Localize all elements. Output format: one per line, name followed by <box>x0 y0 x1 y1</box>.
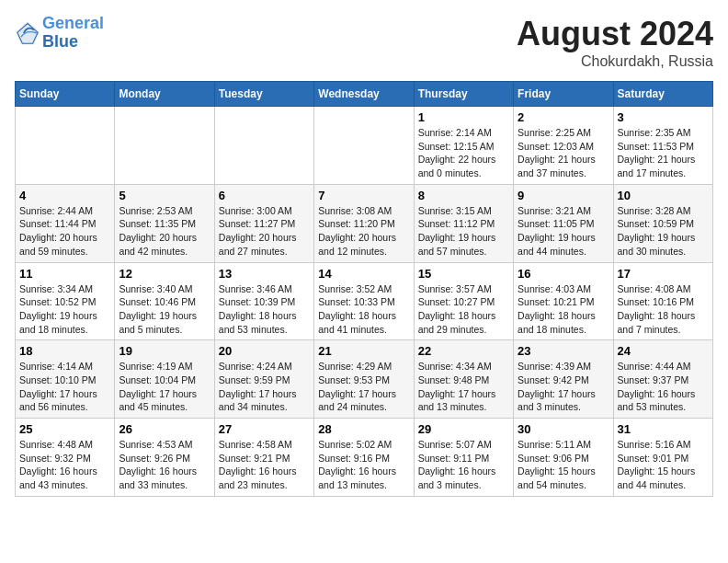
day-info: Sunrise: 3:00 AMSunset: 11:27 PMDaylight… <box>219 204 310 259</box>
day-info: Sunrise: 4:58 AMSunset: 9:21 PMDaylight:… <box>219 438 310 492</box>
table-row: 21Sunrise: 4:29 AMSunset: 9:53 PMDayligh… <box>314 340 414 419</box>
day-info: Sunrise: 4:24 AMSunset: 9:59 PMDaylight:… <box>219 360 310 414</box>
table-row: 26Sunrise: 4:53 AMSunset: 9:26 PMDayligh… <box>115 419 214 497</box>
header-saturday: Saturday <box>613 82 712 107</box>
day-info: Sunrise: 4:08 AMSunset: 10:16 PMDaylight… <box>618 282 709 337</box>
day-info: Sunrise: 4:44 AMSunset: 9:37 PMDaylight:… <box>618 360 709 414</box>
table-row: 3Sunrise: 2:35 AMSunset: 11:53 PMDayligh… <box>613 107 712 185</box>
table-row: 18Sunrise: 4:14 AMSunset: 10:10 PMDaylig… <box>16 340 115 419</box>
table-row <box>115 107 214 185</box>
day-info: Sunrise: 3:52 AMSunset: 10:33 PMDaylight… <box>318 282 409 337</box>
table-row: 16Sunrise: 4:03 AMSunset: 10:21 PMDaylig… <box>514 262 613 340</box>
logo: GeneralBlue <box>15 15 104 52</box>
header-thursday: Thursday <box>414 82 513 107</box>
header-friday: Friday <box>514 82 613 107</box>
day-number: 24 <box>618 344 709 358</box>
day-info: Sunrise: 3:34 AMSunset: 10:52 PMDaylight… <box>19 282 110 337</box>
day-info: Sunrise: 3:21 AMSunset: 11:05 PMDaylight… <box>518 204 609 259</box>
day-info: Sunrise: 5:07 AMSunset: 9:11 PMDaylight:… <box>418 438 509 492</box>
day-number: 15 <box>418 267 509 281</box>
logo-text: GeneralBlue <box>42 15 104 52</box>
day-info: Sunrise: 2:25 AMSunset: 12:03 AMDaylight… <box>518 126 609 180</box>
day-info: Sunrise: 4:39 AMSunset: 9:42 PMDaylight:… <box>518 360 609 414</box>
table-row: 27Sunrise: 4:58 AMSunset: 9:21 PMDayligh… <box>214 419 313 497</box>
day-number: 31 <box>618 422 709 436</box>
day-number: 7 <box>318 189 409 202</box>
day-number: 12 <box>119 267 210 281</box>
header-monday: Monday <box>115 82 214 107</box>
table-row: 17Sunrise: 4:08 AMSunset: 10:16 PMDaylig… <box>613 262 712 340</box>
day-info: Sunrise: 2:44 AMSunset: 11:44 PMDaylight… <box>19 204 110 259</box>
table-row: 13Sunrise: 3:46 AMSunset: 10:39 PMDaylig… <box>214 262 313 340</box>
day-number: 19 <box>119 344 210 358</box>
day-number: 17 <box>618 267 709 281</box>
day-number: 26 <box>119 422 210 436</box>
day-info: Sunrise: 3:57 AMSunset: 10:27 PMDaylight… <box>418 282 509 337</box>
day-number: 8 <box>418 189 509 202</box>
day-number: 4 <box>19 189 110 202</box>
month-year: August 2024 <box>517 15 713 53</box>
day-number: 23 <box>518 344 609 358</box>
day-info: Sunrise: 2:53 AMSunset: 11:35 PMDaylight… <box>119 204 210 259</box>
logo-icon <box>15 20 40 46</box>
day-info: Sunrise: 5:16 AMSunset: 9:01 PMDaylight:… <box>618 438 709 492</box>
day-info: Sunrise: 3:28 AMSunset: 10:59 PMDaylight… <box>618 204 709 259</box>
table-row <box>16 107 115 185</box>
day-number: 10 <box>618 189 709 202</box>
table-row: 9Sunrise: 3:21 AMSunset: 11:05 PMDayligh… <box>514 184 613 262</box>
location: Chokurdakh, Russia <box>517 53 713 70</box>
day-info: Sunrise: 4:53 AMSunset: 9:26 PMDaylight:… <box>119 438 210 492</box>
table-row <box>214 107 313 185</box>
table-row: 2Sunrise: 2:25 AMSunset: 12:03 AMDayligh… <box>514 107 613 185</box>
day-info: Sunrise: 5:02 AMSunset: 9:16 PMDaylight:… <box>318 438 409 492</box>
day-number: 11 <box>19 267 110 281</box>
day-number: 27 <box>219 422 310 436</box>
calendar-week-row: 25Sunrise: 4:48 AMSunset: 9:32 PMDayligh… <box>16 419 713 497</box>
day-info: Sunrise: 3:08 AMSunset: 11:20 PMDaylight… <box>318 204 409 259</box>
table-row: 19Sunrise: 4:19 AMSunset: 10:04 PMDaylig… <box>115 340 214 419</box>
day-number: 30 <box>518 422 609 436</box>
day-info: Sunrise: 5:11 AMSunset: 9:06 PMDaylight:… <box>518 438 609 492</box>
header-tuesday: Tuesday <box>214 82 313 107</box>
day-info: Sunrise: 4:19 AMSunset: 10:04 PMDaylight… <box>119 360 210 414</box>
table-row: 29Sunrise: 5:07 AMSunset: 9:11 PMDayligh… <box>414 419 513 497</box>
table-row: 23Sunrise: 4:39 AMSunset: 9:42 PMDayligh… <box>514 340 613 419</box>
table-row: 12Sunrise: 3:40 AMSunset: 10:46 PMDaylig… <box>115 262 214 340</box>
day-number: 18 <box>19 344 110 358</box>
day-number: 9 <box>518 189 609 202</box>
table-row: 31Sunrise: 5:16 AMSunset: 9:01 PMDayligh… <box>613 419 712 497</box>
table-row: 24Sunrise: 4:44 AMSunset: 9:37 PMDayligh… <box>613 340 712 419</box>
table-row: 6Sunrise: 3:00 AMSunset: 11:27 PMDayligh… <box>214 184 313 262</box>
day-info: Sunrise: 3:46 AMSunset: 10:39 PMDaylight… <box>219 282 310 337</box>
day-info: Sunrise: 3:40 AMSunset: 10:46 PMDaylight… <box>119 282 210 337</box>
calendar-week-row: 18Sunrise: 4:14 AMSunset: 10:10 PMDaylig… <box>16 340 713 419</box>
table-row: 7Sunrise: 3:08 AMSunset: 11:20 PMDayligh… <box>314 184 414 262</box>
table-row: 15Sunrise: 3:57 AMSunset: 10:27 PMDaylig… <box>414 262 513 340</box>
day-number: 14 <box>318 267 409 281</box>
table-row: 22Sunrise: 4:34 AMSunset: 9:48 PMDayligh… <box>414 340 513 419</box>
table-row: 5Sunrise: 2:53 AMSunset: 11:35 PMDayligh… <box>115 184 214 262</box>
table-row: 25Sunrise: 4:48 AMSunset: 9:32 PMDayligh… <box>16 419 115 497</box>
day-info: Sunrise: 4:03 AMSunset: 10:21 PMDaylight… <box>518 282 609 337</box>
table-row: 28Sunrise: 5:02 AMSunset: 9:16 PMDayligh… <box>314 419 414 497</box>
day-info: Sunrise: 3:15 AMSunset: 11:12 PMDaylight… <box>418 204 509 259</box>
table-row: 1Sunrise: 2:14 AMSunset: 12:15 AMDayligh… <box>414 107 513 185</box>
calendar-week-row: 4Sunrise: 2:44 AMSunset: 11:44 PMDayligh… <box>16 184 713 262</box>
calendar-week-row: 11Sunrise: 3:34 AMSunset: 10:52 PMDaylig… <box>16 262 713 340</box>
title-block: August 2024 Chokurdakh, Russia <box>517 15 713 70</box>
day-info: Sunrise: 2:35 AMSunset: 11:53 PMDaylight… <box>618 126 709 180</box>
day-info: Sunrise: 2:14 AMSunset: 12:15 AMDaylight… <box>418 126 509 180</box>
table-row: 8Sunrise: 3:15 AMSunset: 11:12 PMDayligh… <box>414 184 513 262</box>
table-row: 20Sunrise: 4:24 AMSunset: 9:59 PMDayligh… <box>214 340 313 419</box>
table-row: 11Sunrise: 3:34 AMSunset: 10:52 PMDaylig… <box>16 262 115 340</box>
day-number: 28 <box>318 422 409 436</box>
calendar-week-row: 1Sunrise: 2:14 AMSunset: 12:15 AMDayligh… <box>16 107 713 185</box>
table-row: 10Sunrise: 3:28 AMSunset: 10:59 PMDaylig… <box>613 184 712 262</box>
table-row: 14Sunrise: 3:52 AMSunset: 10:33 PMDaylig… <box>314 262 414 340</box>
day-info: Sunrise: 4:29 AMSunset: 9:53 PMDaylight:… <box>318 360 409 414</box>
day-number: 25 <box>19 422 110 436</box>
header-wednesday: Wednesday <box>314 82 414 107</box>
day-info: Sunrise: 4:34 AMSunset: 9:48 PMDaylight:… <box>418 360 509 414</box>
day-number: 1 <box>418 110 509 124</box>
table-row <box>314 107 414 185</box>
